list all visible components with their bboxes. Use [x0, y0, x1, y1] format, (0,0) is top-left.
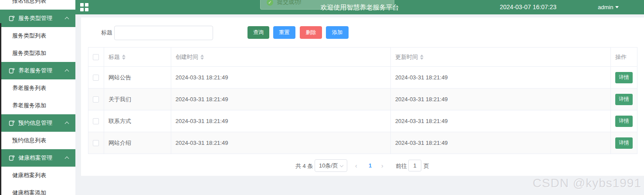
- document-icon: [9, 120, 15, 126]
- data-table: 标题 创建时间 更新时间 操作 网站公告 2024-03-31 18:21:49…: [88, 47, 637, 154]
- table-row: 关于我们 2024-03-31 18:21:49 2024-03-31 18:2…: [88, 89, 637, 110]
- sidebar-group-service-type[interactable]: 服务类型管理: [0, 10, 75, 27]
- cell-created: 2024-03-31 18:21:49: [171, 132, 391, 154]
- goto-label: 前往: [396, 162, 407, 170]
- chevron-down-icon: [340, 164, 343, 167]
- sidebar-group-elder-service[interactable]: 养老服务管理: [0, 62, 75, 79]
- current-page-button[interactable]: 1: [369, 162, 372, 169]
- pagination-total: 共 4 条: [295, 162, 313, 170]
- title-field-label: 标题: [101, 29, 112, 37]
- next-page-button[interactable]: ›: [381, 162, 383, 169]
- sort-icon[interactable]: [122, 55, 125, 60]
- cell-created: 2024-03-31 18:21:49: [171, 67, 391, 88]
- caret-down-icon: [615, 6, 619, 8]
- datetime-display: 2024-03-07 16:07:23: [500, 0, 556, 14]
- table-row: 网站公告 2024-03-31 18:21:49 2024-03-31 18:2…: [88, 67, 637, 89]
- page: 报名信息列表 服务类型管理 服务类型列表 服务类型添加 养老服务管理 养老服务列…: [0, 0, 644, 195]
- document-icon: [9, 155, 15, 161]
- sort-icon[interactable]: [200, 55, 204, 60]
- cell-created: 2024-03-31 18:21:49: [171, 89, 391, 110]
- cell-updated: 2024-03-31 18:21:49: [391, 132, 611, 154]
- check-circle-icon: ✓: [267, 0, 273, 6]
- pagination: 共 4 条 10条/页 ‹ 1 › 前往 页: [81, 159, 644, 172]
- sidebar-item-signup-list[interactable]: 报名信息列表: [0, 0, 75, 10]
- sidebar-item-booking-list[interactable]: 预约信息列表: [0, 132, 75, 149]
- sidebar-item-health-record-add[interactable]: 健康档案添加: [0, 184, 75, 195]
- sidebar-item-service-type-list[interactable]: 服务类型列表: [0, 27, 75, 44]
- toast-message: 提交成功!: [277, 0, 302, 6]
- document-icon: [9, 68, 15, 74]
- reset-button[interactable]: 重置: [273, 26, 295, 39]
- table-header-row: 标题 创建时间 更新时间 操作: [88, 48, 637, 67]
- username: admin: [598, 0, 613, 14]
- document-icon: [9, 15, 15, 21]
- table-row: 联系方式 2024-03-31 18:21:49 2024-03-31 18:2…: [88, 110, 637, 132]
- select-all-checkbox[interactable]: [93, 54, 99, 60]
- chevron-up-icon: [65, 157, 69, 161]
- detail-button[interactable]: 详情: [615, 116, 633, 127]
- row-checkbox[interactable]: [93, 96, 99, 103]
- chevron-up-icon: [65, 122, 69, 126]
- sidebar-item-service-type-add[interactable]: 服务类型添加: [0, 44, 75, 62]
- cell-updated: 2024-03-31 18:21:49: [391, 67, 611, 88]
- row-checkbox[interactable]: [93, 140, 99, 146]
- detail-button[interactable]: 详情: [615, 94, 633, 105]
- detail-button[interactable]: 详情: [615, 72, 633, 83]
- cell-title: 网站介绍: [104, 132, 171, 154]
- goto-page-input[interactable]: [408, 160, 421, 171]
- menu-grid-icon[interactable]: [80, 3, 88, 11]
- sidebar-group-health-record[interactable]: 健康档案管理: [0, 149, 75, 167]
- chevron-up-icon: [65, 17, 69, 21]
- table-row: 网站介绍 2024-03-31 18:21:49 2024-03-31 18:2…: [88, 132, 637, 154]
- prev-page-button[interactable]: ‹: [355, 162, 357, 169]
- page-size-select[interactable]: 10条/页: [315, 159, 347, 172]
- sidebar: 报名信息列表 服务类型管理 服务类型列表 服务类型添加 养老服务管理 养老服务列…: [0, 0, 75, 195]
- row-checkbox[interactable]: [93, 75, 99, 81]
- success-toast: ✓ 提交成功!: [260, 0, 394, 10]
- cell-title: 联系方式: [104, 110, 171, 132]
- cell-updated: 2024-03-31 18:21:49: [391, 89, 611, 110]
- cell-title: 网站公告: [104, 67, 171, 88]
- cell-title: 关于我们: [104, 89, 171, 110]
- user-menu[interactable]: admin: [598, 0, 619, 14]
- title-search-input[interactable]: [114, 26, 213, 40]
- cell-created: 2024-03-31 18:21:49: [171, 110, 391, 132]
- cell-updated: 2024-03-31 18:21:49: [391, 110, 611, 132]
- page-unit-label: 页: [424, 162, 429, 170]
- detail-button[interactable]: 详情: [615, 137, 633, 149]
- add-button[interactable]: 添加: [326, 26, 349, 39]
- sidebar-menu: 报名信息列表 服务类型管理 服务类型列表 服务类型添加 养老服务管理 养老服务列…: [0, 0, 75, 195]
- sort-icon[interactable]: [420, 55, 424, 60]
- sidebar-item-elder-service-add[interactable]: 养老服务添加: [0, 97, 75, 114]
- row-checkbox[interactable]: [93, 118, 99, 124]
- window-edge-strip: [0, 23, 1, 195]
- sidebar-group-booking[interactable]: 预约信息管理: [0, 114, 75, 132]
- sidebar-item-elder-service-list[interactable]: 养老服务列表: [0, 79, 75, 97]
- chevron-up-icon: [65, 69, 69, 74]
- sidebar-item-health-record-list[interactable]: 健康档案列表: [0, 167, 75, 184]
- csdn-watermark: CSDN @kybs1991: [533, 176, 641, 190]
- delete-button[interactable]: 删除: [300, 26, 322, 39]
- query-button[interactable]: 查询: [247, 26, 269, 39]
